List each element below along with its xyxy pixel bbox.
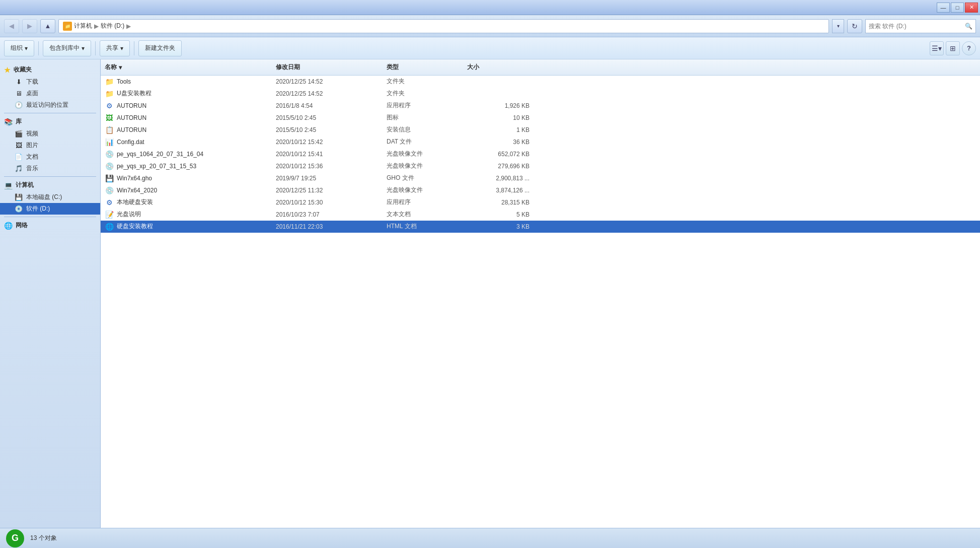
- computer-icon: 💻: [4, 181, 13, 189]
- file-name-cell: 📋 AUTORUN: [105, 125, 276, 134]
- col-name-label: 名称: [105, 63, 117, 72]
- software-d-icon: 💿: [14, 205, 23, 213]
- view-icon: ☰: [932, 44, 938, 52]
- sidebar-item-software-d[interactable]: 💿 软件 (D:): [0, 203, 100, 215]
- library-folder-icon: 📚: [4, 118, 13, 126]
- forward-icon: ▶: [27, 22, 32, 30]
- favorites-header[interactable]: ★ 收藏夹: [0, 63, 100, 76]
- search-box[interactable]: 🔍: [865, 19, 976, 33]
- sidebar-item-recent[interactable]: 🕐 最近访问的位置: [0, 99, 100, 111]
- table-row[interactable]: 💿 Win7x64_2020 2020/12/25 11:32 光盘映像文件 3…: [101, 184, 980, 196]
- file-size-cell: 1,926 KB: [467, 102, 538, 109]
- sidebar-item-doc[interactable]: 📄 文档: [0, 151, 100, 163]
- file-type-cell: 文本文档: [387, 210, 467, 219]
- favorites-label: 收藏夹: [14, 65, 32, 74]
- view-button[interactable]: ☰ ▾: [930, 41, 944, 55]
- table-row[interactable]: 🖼 AUTORUN 2015/5/10 2:45 图标 10 KB: [101, 112, 980, 124]
- file-type-cell: 文件夹: [387, 77, 467, 86]
- sidebar-item-image[interactable]: 🖼 图片: [0, 140, 100, 151]
- include-library-label: 包含到库中: [49, 44, 80, 52]
- file-date-cell: 2015/5/10 2:45: [276, 114, 387, 121]
- file-size-cell: 3,874,126 ...: [467, 187, 538, 194]
- new-folder-button[interactable]: 新建文件夹: [138, 40, 182, 56]
- address-dropdown-button[interactable]: ▾: [832, 19, 844, 33]
- help-button[interactable]: ?: [962, 41, 976, 55]
- refresh-button[interactable]: ↻: [847, 19, 862, 33]
- table-row[interactable]: 💾 Win7x64.gho 2019/9/7 19:25 GHO 文件 2,90…: [101, 172, 980, 184]
- sidebar-item-download[interactable]: ⬇ 下载: [0, 76, 100, 88]
- computer-header[interactable]: 💻 计算机: [0, 179, 100, 191]
- table-row[interactable]: 💿 pe_yqs_1064_20_07_31_16_04 2020/10/12 …: [101, 148, 980, 160]
- table-row[interactable]: 📁 Tools 2020/12/25 14:52 文件夹: [101, 76, 980, 88]
- table-row[interactable]: ⚙ 本地硬盘安装 2020/10/12 15:30 应用程序 28,315 KB: [101, 196, 980, 209]
- view-toggle-button[interactable]: ⊞: [946, 41, 960, 55]
- sidebar-item-local-c[interactable]: 💾 本地磁盘 (C:): [0, 191, 100, 203]
- file-name-text: AUTORUN: [117, 126, 146, 133]
- sidebar-divider-3: [4, 217, 96, 217]
- col-header-size[interactable]: 大小: [467, 63, 538, 72]
- table-row[interactable]: 📝 光盘说明 2016/10/23 7:07 文本文档 5 KB: [101, 209, 980, 221]
- title-bar: — □ ✕: [0, 0, 980, 15]
- table-row[interactable]: ⚙ AUTORUN 2016/1/8 4:54 应用程序 1,926 KB: [101, 100, 980, 112]
- address-bar: ◀ ▶ ▲ 📁 计算机 ▶ 软件 (D:) ▶ ▾ ↻ 🔍: [0, 15, 980, 37]
- file-date-cell: 2016/10/23 7:07: [276, 211, 387, 218]
- toolbar-separator-3: [134, 41, 134, 55]
- back-button[interactable]: ◀: [4, 19, 19, 33]
- file-name-cell: 💿 Win7x64_2020: [105, 186, 276, 195]
- file-list-body: 📁 Tools 2020/12/25 14:52 文件夹 📁 U盘安装教程 20…: [101, 76, 980, 528]
- address-path[interactable]: 📁 计算机 ▶ 软件 (D:) ▶: [58, 19, 829, 33]
- col-header-date[interactable]: 修改日期: [276, 63, 387, 72]
- maximize-button[interactable]: □: [951, 3, 964, 13]
- toolbar-separator-2: [95, 41, 96, 55]
- network-section: 🌐 网络: [0, 219, 100, 232]
- file-name-cell: 💾 Win7x64.gho: [105, 174, 276, 183]
- file-type-icon: 📁: [105, 77, 114, 86]
- forward-button[interactable]: ▶: [22, 19, 37, 33]
- library-header[interactable]: 📚 库: [0, 115, 100, 128]
- organize-button[interactable]: 组织 ▾: [4, 40, 34, 56]
- table-row[interactable]: 📋 AUTORUN 2015/5/10 2:45 安装信息 1 KB: [101, 124, 980, 136]
- file-name-cell: 📝 光盘说明: [105, 210, 276, 219]
- file-size-cell: 28,315 KB: [467, 199, 538, 206]
- include-library-arrow-icon: ▾: [82, 45, 85, 52]
- sidebar-item-music[interactable]: 🎵 音乐: [0, 163, 100, 174]
- up-button[interactable]: ▲: [40, 19, 55, 33]
- file-name-cell: 🌐 硬盘安装教程: [105, 222, 276, 231]
- path-icon: 📁: [63, 22, 72, 31]
- col-header-type[interactable]: 类型: [387, 63, 467, 72]
- file-type-cell: 文件夹: [387, 89, 467, 98]
- table-row[interactable]: 📊 Config.dat 2020/10/12 15:42 DAT 文件 36 …: [101, 136, 980, 148]
- network-header[interactable]: 🌐 网络: [0, 219, 100, 232]
- table-row[interactable]: 📁 U盘安装教程 2020/12/25 14:52 文件夹: [101, 88, 980, 100]
- file-type-icon: 📊: [105, 138, 114, 147]
- file-type-icon: 📋: [105, 125, 114, 134]
- software-d-label: 软件 (D:): [26, 204, 50, 213]
- file-date-cell: 2020/12/25 11:32: [276, 187, 387, 194]
- file-date-cell: 2016/1/8 4:54: [276, 102, 387, 109]
- path-sep2: ▶: [126, 23, 131, 30]
- table-row[interactable]: 💿 pe_yqs_xp_20_07_31_15_53 2020/10/12 15…: [101, 160, 980, 172]
- file-date-cell: 2020/12/25 14:52: [276, 90, 387, 97]
- organize-label: 组织: [11, 44, 23, 52]
- table-row[interactable]: 🌐 硬盘安装教程 2016/11/21 22:03 HTML 文档 3 KB: [101, 221, 980, 233]
- sidebar-divider-1: [4, 113, 96, 113]
- file-date-cell: 2019/9/7 19:25: [276, 175, 387, 182]
- back-icon: ◀: [9, 22, 14, 30]
- share-button[interactable]: 共享 ▾: [100, 40, 130, 56]
- sidebar-item-desktop[interactable]: 🖥 桌面: [0, 88, 100, 99]
- video-icon: 🎬: [14, 130, 23, 138]
- close-button[interactable]: ✕: [965, 3, 978, 13]
- sidebar-item-video[interactable]: 🎬 视频: [0, 128, 100, 140]
- view-arrow-icon: ▾: [938, 44, 942, 52]
- file-date-cell: 2015/5/10 2:45: [276, 126, 387, 133]
- file-type-icon: 💿: [105, 162, 114, 171]
- col-header-name[interactable]: 名称 ▾: [105, 63, 276, 72]
- music-label: 音乐: [26, 164, 38, 173]
- minimize-button[interactable]: —: [937, 3, 950, 13]
- include-library-button[interactable]: 包含到库中 ▾: [43, 40, 91, 56]
- title-bar-buttons: — □ ✕: [937, 3, 978, 13]
- path-sep1: ▶: [94, 23, 99, 30]
- file-name-cell: 📁 Tools: [105, 77, 276, 86]
- toolbar-separator-1: [38, 41, 39, 55]
- search-input[interactable]: [869, 23, 963, 30]
